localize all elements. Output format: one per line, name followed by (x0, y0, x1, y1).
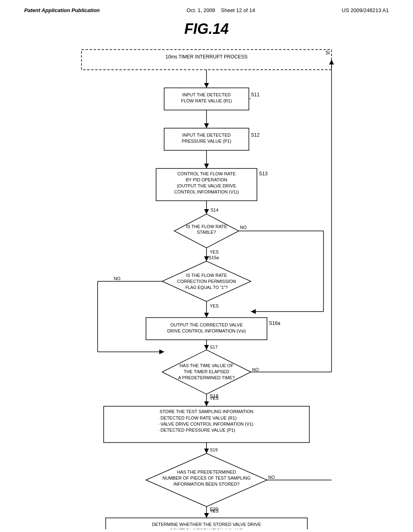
header-right: US 2009/248213 A1 (342, 7, 389, 13)
arrowhead-S17-NO (329, 60, 334, 64)
step-S20-text1: DETERMINE WHETHER THE STORED VALVE DRIVE (152, 522, 261, 527)
step-S13-text4: CONTROL INFORMATION (V1)) (174, 189, 239, 194)
page-header: Patent Application Publication Oct. 1, 2… (0, 0, 413, 17)
arrowhead-S13-S14 (204, 209, 209, 214)
s15a-no-label: NO (114, 276, 121, 281)
s17-label-above: S17 (210, 345, 218, 349)
header-date: Oct. 1, 2009 Sheet 12 of 14 (187, 7, 255, 13)
step-S15a-text3: FLAG EQUAL TO "1"? (186, 285, 228, 290)
s15a-yes-label: YES (210, 303, 219, 308)
arrowhead-S16a-S17 (204, 345, 209, 350)
step-S18-text4: · DETECTED PRESSURE VALUE (P1) (158, 428, 235, 432)
s16a-label: S16a (269, 320, 280, 326)
step-S15a-text1: IS THE FLOW RATE (186, 273, 227, 278)
step-S19-text1: HAS THE PREDETERMINED (177, 470, 236, 474)
step-S20-text2: CONTROL INFORMATION (V1) AND (170, 528, 243, 529)
page-content: FIG.14 10ms TIMER INTERRUPT PROCESS Si I… (0, 17, 413, 532)
step-S17-text2: THE TIMER ELAPSED (184, 369, 229, 374)
header-left: Patent Application Publication (24, 7, 100, 13)
step-S17-text3: A PREDETERMINED TIME? (178, 375, 235, 380)
step-S13-text1: CONTROL THE FLOW RATE (177, 171, 236, 176)
arrowhead-S15a-NO (159, 349, 164, 354)
arrowhead-S15a-S16a (204, 313, 209, 318)
step-S18-text3: · VALVE DRIVE CONTROL INFORMATION (V1) (158, 422, 253, 426)
step-S12-text2: PRESSURE VALUE (P1) (182, 139, 232, 143)
s17-no-label: NO (252, 367, 259, 372)
s13-label: S13 (259, 171, 268, 177)
step-S12-text1: INPUT THE DETECTED (182, 133, 231, 137)
step-S15a-text2: CORRECTION PERMISSION (177, 279, 236, 284)
s19-label-above: S19 (210, 447, 218, 452)
s15a-label-above: S15a (209, 255, 219, 260)
step-S14-text1: IS THE FLOW RATE (186, 224, 227, 229)
step-S19-text2: NUMBER OF PIECES OF TEST SAMPLING (163, 476, 250, 480)
s14-no-label: NO (240, 225, 247, 230)
step-Si-text: 10ms TIMER INTERRUPT PROCESS (165, 54, 248, 60)
arrowhead-S12-S13 (204, 164, 209, 168)
s19-no-label: NO (268, 475, 275, 480)
step-S16a-text2: DRIVE CONTROL INFORMATION (Vsi) (167, 328, 246, 333)
step-S16a-text1: OUTPUT THE CORRECTED VALVE (170, 322, 243, 327)
s11-label: S11 (251, 92, 260, 98)
arrowhead-S14-NO (251, 309, 256, 314)
s18-label-above: S18 (210, 393, 219, 399)
arrowhead-S19-S20 (204, 513, 209, 518)
step-S18-text1: STORE THE TEST SAMPLING INFORMATION (160, 409, 254, 414)
flowchart: 10ms TIMER INTERRUPT PROCESS Si INPUT TH… (65, 46, 348, 531)
s14-yes-label: YES (210, 249, 219, 254)
s20-label-above: S20 (210, 507, 219, 512)
s14-label-above: S14 (211, 208, 219, 212)
si-label: Si (325, 50, 330, 56)
step-S18-text2: · DETECTED FLOW RATE VALUE (R1) (158, 416, 237, 420)
arrowhead-Si-S11 (204, 83, 209, 88)
step-S19-text3: INFORMATION BEEN STORED? (173, 482, 240, 486)
figure-title: FIG.14 (184, 21, 229, 37)
step-S13-text3: (OUTPUT THE VALVE DRIVE (177, 183, 236, 188)
arrowhead-S17-S18 (204, 401, 209, 406)
arrowhead-S18-S19 (204, 449, 209, 453)
step-Si (81, 50, 332, 70)
step-S17-text1: HAS THE TIME VALUE OF (179, 363, 234, 368)
step-S11-text2: FLOW RATE VALUE (R1) (181, 98, 232, 103)
arrowhead-S11-S12 (204, 123, 209, 128)
s12-label: S12 (251, 132, 260, 138)
step-S13-text2: BY PID OPERATION (186, 177, 227, 182)
step-S14-text2: STABLE? (197, 230, 216, 235)
step-S11-text1: INPUT THE DETECTED (182, 92, 231, 97)
